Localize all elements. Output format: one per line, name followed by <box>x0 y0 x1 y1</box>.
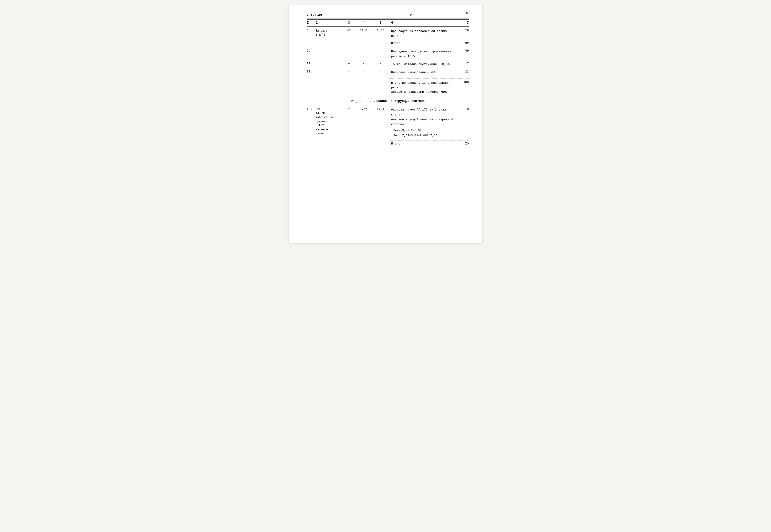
row-12-sub2: Вес= I,62+0,03+0,008=I,66 <box>391 133 456 138</box>
row-10-num: I0. <box>307 62 316 65</box>
row-8-val: I8 <box>456 29 469 32</box>
doc-header: 704-I-49 - 26 - <box>307 14 469 17</box>
section3-underlined: Окраска конструкций понтона <box>374 99 425 103</box>
doc-id: 704-I-49 <box>307 14 322 17</box>
row-9-val: 49 <box>456 49 469 52</box>
row-12-unit: т <box>343 107 355 111</box>
column-headers: I 2 3 4 5 6 7 <box>307 19 469 27</box>
itogo-section2-val: 386 <box>456 81 469 84</box>
row-11-ref: – <box>316 70 343 74</box>
divider-before-itogo2 <box>389 79 469 79</box>
table-row: II. – – – – Плановые накопления – 6% 22 <box>307 68 469 76</box>
col-header-3: 3 <box>343 21 355 25</box>
section3-prefix: Раздел III. <box>351 99 374 103</box>
divider-after-8 <box>389 40 469 40</box>
row-11-num: II. <box>307 70 316 73</box>
itogo-8-val: 32 <box>456 42 469 45</box>
table-row: I0. – – – – То же, металлоконструкций – … <box>307 60 469 68</box>
row-8-col4: II,0 <box>355 29 372 32</box>
row-12-ref: ЕРЕР 14-39I табл.22-65-а применит. с k=2… <box>316 107 343 136</box>
section3-title: Раздел III. Окраска конструкций понтона <box>307 99 469 103</box>
document-page: 4. 704-I-49 - 26 - I 2 3 4 5 6 7 8. Ед.р… <box>289 5 482 243</box>
itogo-12-label: Итого <box>389 142 456 145</box>
row-12-sub1: Цена=3,02х2=6,04 <box>391 128 456 133</box>
itogo-12-row: Итого I0 <box>307 141 469 146</box>
page-number: 4. <box>466 11 470 15</box>
row-10-col5: – <box>372 62 389 65</box>
row-8-col5: I,6I <box>372 29 389 32</box>
row-8-desc: Прокладка из полиамидной пленки ПК-4 <box>389 29 456 38</box>
itogo-8-label: Итого <box>389 42 456 45</box>
row-10-col4: – <box>355 62 372 65</box>
row-11-val: 22 <box>456 70 469 73</box>
itogo-12-val: I0 <box>456 142 469 145</box>
row-9-ref: – <box>316 49 343 53</box>
table-row: 9. – – – – Накладные расходы на строител… <box>307 46 469 60</box>
col-header-5: 5 <box>372 21 389 25</box>
table-row: 8. Ед.расц. № ДП-I м2 II,0 I,6I Прокладк… <box>307 27 469 39</box>
row-11-col4: – <box>355 70 372 73</box>
col-header-6: 6 <box>389 21 456 25</box>
page-center-label: - 26 - <box>406 14 417 17</box>
itogo-section2-row: Итого по разделу II с накладными рас- хо… <box>307 79 469 95</box>
row-12-col4: I,66 <box>355 107 372 111</box>
row-12-col5: 6,04 <box>372 107 389 111</box>
row-11-col5: – <box>372 70 389 73</box>
table-row: I2. ЕРЕР 14-39I табл.22-65-а применит. с… <box>307 105 469 139</box>
col-header-4: 4 <box>355 21 372 25</box>
row-12-val: I0 <box>456 107 469 111</box>
row-12-num: I2. <box>307 107 316 111</box>
row-9-col4: – <box>355 49 372 52</box>
row-8-ref: Ед.расц. № ДП-I <box>316 29 343 37</box>
itogo-8-row: Итого 32 <box>307 41 469 46</box>
row-12-desc: Окраска лаком АЛ-177 за 2 раза сталь- ны… <box>389 107 456 138</box>
row-10-unit: – <box>343 62 355 65</box>
row-9-col5: – <box>372 49 389 52</box>
col-header-2: 2 <box>316 21 343 25</box>
col-header-7: 7 <box>456 21 469 25</box>
top-divider <box>307 18 469 18</box>
row-11-desc: Плановые накопления – 6% <box>389 70 456 75</box>
row-9-num: 9. <box>307 49 316 52</box>
col-header-1: I <box>307 21 316 25</box>
row-8-num: 8. <box>307 29 316 32</box>
row-10-val: I <box>456 62 469 65</box>
divider-after-12 <box>389 140 469 141</box>
row-9-unit: – <box>343 49 355 52</box>
row-10-desc: То же, металлоконструкций – 8,3% <box>389 62 456 67</box>
row-12-main-desc: Окраска лаком АЛ-177 за 2 раза сталь- ны… <box>391 107 456 127</box>
row-10-ref: – <box>316 62 343 66</box>
row-9-desc: Накладные расходы на строительные работы… <box>389 49 456 59</box>
row-8-unit: м2 <box>343 29 355 32</box>
row-11-unit: – <box>343 70 355 73</box>
itogo-section2-label: Итого по разделу II с накладными рас- хо… <box>389 81 456 95</box>
